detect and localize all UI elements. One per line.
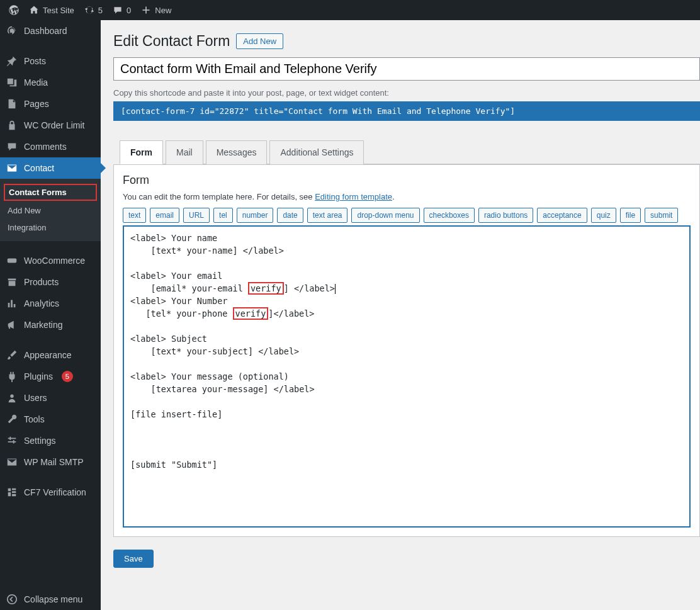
verify-highlight: verify [248, 282, 284, 295]
archive-icon [6, 276, 18, 288]
editing-template-link[interactable]: Editing form template [315, 192, 392, 201]
sidebar-item-label: Products [24, 277, 59, 287]
sidebar-item-cf7-verification[interactable]: CF7 Verification [0, 482, 101, 503]
sidebar-item-label: Tools [24, 414, 45, 424]
sidebar-item-media[interactable]: Media [0, 72, 101, 93]
comments-link[interactable]: 0 [108, 0, 136, 20]
tag-textarea[interactable]: text area [307, 208, 348, 223]
tab-additional-settings[interactable]: Additional Settings [269, 140, 364, 164]
tag-radio[interactable]: radio buttons [478, 208, 533, 223]
sidebar-item-contact[interactable]: Contact [0, 157, 101, 179]
collapse-menu[interactable]: Collapse menu [0, 589, 101, 610]
sidebar-item-woocommerce[interactable]: WooCommerce [0, 250, 101, 271]
tag-acceptance[interactable]: acceptance [537, 208, 587, 223]
sidebar-item-label: Analytics [24, 298, 59, 308]
sidebar-item-label: Comments [24, 142, 67, 152]
sidebar-item-label: Dashboard [24, 26, 67, 36]
updates-count: 5 [98, 6, 103, 15]
sidebar-item-appearance[interactable]: Appearance [0, 344, 101, 366]
sidebar-item-products[interactable]: Products [0, 271, 101, 293]
sidebar-item-pages[interactable]: Pages [0, 93, 101, 115]
form-template-editor[interactable]: <label> Your name [text* your-name] </la… [123, 225, 691, 528]
save-button[interactable]: Save [113, 550, 154, 568]
sidebar-item-label: Plugins [24, 371, 53, 381]
form-panel-heading: Form [123, 174, 691, 187]
sidebar-item-dashboard[interactable]: Dashboard [0, 20, 101, 42]
tag-date[interactable]: date [277, 208, 303, 223]
tag-dropdown[interactable]: drop-down menu [351, 208, 419, 223]
page-icon [6, 98, 18, 110]
sidebar-item-plugins[interactable]: Plugins 5 [0, 366, 101, 387]
tag-tel[interactable]: tel [213, 208, 233, 223]
pin-icon [6, 55, 18, 67]
submenu-integration[interactable]: Integration [0, 219, 101, 236]
comments-count: 0 [127, 6, 131, 15]
svg-rect-0 [8, 258, 16, 263]
sidebar-item-analytics[interactable]: Analytics [0, 293, 101, 314]
new-label: New [155, 6, 171, 15]
shortcode-box[interactable]: [contact-form-7 id="22872" title="Contac… [113, 101, 700, 121]
brush-icon [6, 349, 18, 361]
tag-url[interactable]: URL [183, 208, 210, 223]
sidebar-item-posts[interactable]: Posts [0, 50, 101, 72]
mail-icon [6, 162, 18, 174]
megaphone-icon [6, 319, 18, 330]
sidebar-item-label: Appearance [24, 350, 72, 360]
tag-submit[interactable]: submit [645, 208, 678, 223]
media-icon [6, 77, 18, 88]
arrow-right-icon [101, 163, 106, 173]
tag-text[interactable]: text [123, 208, 146, 223]
page-title: Edit Contact Form [113, 33, 230, 50]
tab-form[interactable]: Form [120, 140, 163, 164]
lock-icon [6, 120, 18, 131]
tag-checkboxes[interactable]: checkboxes [424, 208, 475, 223]
verify-highlight: verify [233, 307, 269, 320]
form-panel: Form You can edit the form template here… [113, 164, 700, 537]
form-panel-description: You can edit the form template here. For… [123, 192, 691, 201]
sidebar-item-label: Collapse menu [24, 594, 82, 604]
sidebar-item-label: Settings [24, 436, 56, 446]
updates-link[interactable]: 5 [79, 0, 108, 20]
admin-bar: Test Site 5 0 New [0, 0, 700, 20]
site-name-link[interactable]: Test Site [24, 0, 79, 20]
text-caret [335, 284, 336, 294]
sidebar-item-users[interactable]: Users [0, 387, 101, 409]
add-new-button[interactable]: Add New [236, 33, 283, 49]
form-title-input[interactable] [113, 57, 700, 81]
tab-messages[interactable]: Messages [206, 140, 268, 164]
svg-point-1 [10, 395, 13, 398]
sidebar-item-label: Posts [24, 56, 46, 66]
woocommerce-icon [6, 255, 18, 266]
tag-email[interactable]: email [150, 208, 179, 223]
submenu-add-new[interactable]: Add New [0, 202, 101, 219]
tag-number[interactable]: number [237, 208, 274, 223]
wp-logo[interactable] [4, 0, 24, 20]
sidebar-item-marketing[interactable]: Marketing [0, 314, 101, 336]
mail-send-icon [6, 456, 18, 468]
sidebar-item-wc-order-limit[interactable]: WC Order Limit [0, 115, 101, 136]
tag-generator-bar: text email URL tel number date text area… [123, 208, 691, 223]
sidebar-item-label: WC Order Limit [24, 120, 84, 130]
tab-mail[interactable]: Mail [166, 140, 203, 164]
update-icon [84, 5, 94, 15]
tag-file[interactable]: file [620, 208, 641, 223]
site-name: Test Site [43, 6, 74, 15]
main-content: Edit Contact Form Add New Copy this shor… [101, 20, 700, 610]
admin-sidebar: Dashboard Posts Media Pages WC Order Lim… [0, 20, 101, 610]
contact-submenu: Contact Forms Add New Integration [0, 179, 101, 241]
svg-point-2 [8, 595, 16, 604]
user-icon [6, 392, 18, 404]
sidebar-item-label: Media [24, 77, 48, 88]
sidebar-item-wp-mail-smtp[interactable]: WP Mail SMTP [0, 451, 101, 473]
comment-icon [6, 141, 18, 152]
wordpress-icon [9, 5, 19, 15]
tag-quiz[interactable]: quiz [591, 208, 616, 223]
sidebar-item-comments[interactable]: Comments [0, 136, 101, 157]
plus-icon [141, 5, 151, 15]
wrench-icon [6, 414, 18, 425]
submenu-contact-forms[interactable]: Contact Forms [4, 184, 97, 201]
new-content-link[interactable]: New [136, 0, 176, 20]
sidebar-item-settings[interactable]: Settings [0, 430, 101, 451]
shortcode-label: Copy this shortcode and paste it into yo… [113, 88, 700, 98]
sidebar-item-tools[interactable]: Tools [0, 409, 101, 430]
